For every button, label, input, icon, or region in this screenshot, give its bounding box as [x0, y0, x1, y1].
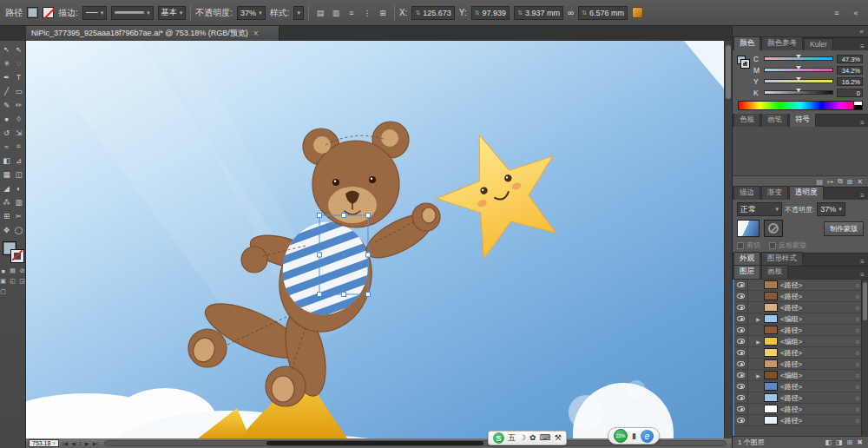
target-icon[interactable]: ○ — [856, 418, 859, 424]
lock-column[interactable] — [747, 370, 753, 381]
visibility-eye-icon[interactable] — [737, 350, 745, 355]
hand-tool[interactable]: ✥ — [1, 223, 13, 236]
lock-column[interactable] — [747, 347, 753, 359]
new-layer-icon[interactable]: ⊞ — [847, 438, 853, 446]
width-profile-select[interactable]: ▾ — [111, 6, 154, 20]
align-vertical-icon[interactable]: ▥ — [329, 6, 343, 20]
fill-swatch[interactable] — [27, 7, 38, 18]
direct-selection-tool[interactable]: ⇖ — [13, 43, 25, 56]
channel-slider[interactable] — [764, 56, 833, 61]
tab-kuler[interactable]: Kuler — [804, 38, 833, 50]
visibility-eye-icon[interactable] — [737, 282, 745, 287]
lock-column[interactable] — [747, 392, 753, 404]
make-mask-button[interactable]: 制作蒙版 — [824, 221, 864, 236]
panel-menu-icon[interactable]: ≡ — [857, 271, 868, 279]
opacity-select[interactable]: 37%▾ — [237, 6, 266, 20]
panel-menu-icon[interactable]: ≡ — [857, 258, 868, 266]
layer-name[interactable]: <路径> — [780, 292, 802, 301]
layer-name[interactable]: <路径> — [780, 303, 802, 313]
paintbrush-tool[interactable]: ✎ — [1, 98, 13, 111]
target-icon[interactable]: ○ — [856, 305, 859, 311]
make-clip-mask-icon[interactable]: ◧ — [825, 438, 832, 446]
target-icon[interactable]: ○ — [856, 384, 859, 390]
width-tool[interactable]: ≈ — [1, 140, 13, 153]
screen-mode-icon[interactable]: ▢ — [0, 287, 7, 296]
expander-icon[interactable]: ▶ — [755, 316, 761, 322]
stroke-color-swatch[interactable] — [11, 250, 23, 262]
stepper-icon[interactable]: ⇅ — [582, 10, 587, 16]
scale-tool[interactable]: ⇲ — [13, 126, 25, 139]
width-value-input[interactable]: ⇅3.937 mm — [514, 6, 563, 20]
magic-wand-tool[interactable]: ✳ — [1, 56, 13, 69]
artboard-tool[interactable]: ⊞ — [1, 209, 13, 222]
visibility-eye-icon[interactable] — [737, 293, 745, 299]
tab-swatches[interactable]: 色板 — [733, 113, 760, 127]
layer-name[interactable]: <编组> — [780, 371, 802, 380]
selection-center-point[interactable] — [342, 254, 345, 257]
prev-artboard-icon[interactable]: ◀ — [70, 440, 76, 446]
visibility-eye-icon[interactable] — [737, 339, 745, 344]
mesh-tool[interactable]: ▦ — [1, 168, 13, 181]
emoji-icon[interactable]: ✿ — [529, 434, 536, 442]
layer-row[interactable]: <路径> ○ — [734, 415, 861, 426]
tab-color[interactable]: 颜色 — [733, 36, 760, 50]
layer-row[interactable]: ▶ <编组> ○ — [734, 370, 861, 381]
visibility-eye-icon[interactable] — [737, 395, 745, 400]
symbol-sprayer-tool[interactable]: ⁂ — [1, 195, 13, 208]
symbol-libraries-icon[interactable]: ▤ — [817, 178, 824, 186]
color-mode-icon[interactable]: ■ — [0, 267, 7, 275]
layers-scrollbar-thumb[interactable] — [863, 282, 867, 320]
panel-menu-icon[interactable]: ≡ — [857, 119, 868, 127]
tab-color-guide[interactable]: 颜色参考 — [761, 36, 803, 50]
panel-opacity-select[interactable]: 37% ▾ — [817, 202, 845, 216]
color-spectrum-bar[interactable] — [738, 101, 863, 110]
place-symbol-icon[interactable]: ↦ — [827, 178, 833, 186]
lock-column[interactable] — [747, 336, 753, 347]
layer-row[interactable]: <路径> ○ — [734, 381, 861, 392]
layer-name[interactable]: <路径> — [780, 393, 802, 403]
warp-icon[interactable] — [632, 7, 643, 18]
layer-name[interactable]: <路径> — [780, 382, 802, 392]
panel-menu-icon[interactable]: ≡ — [830, 6, 844, 20]
perspective-grid-tool[interactable]: ⊿ — [13, 154, 25, 167]
visibility-eye-icon[interactable] — [737, 384, 745, 389]
layer-name[interactable]: <编组> — [780, 314, 802, 324]
layer-name[interactable]: <路径> — [780, 416, 802, 425]
lock-column[interactable] — [747, 359, 753, 370]
target-icon[interactable]: ○ — [856, 327, 859, 333]
layer-row[interactable]: ▶ <编组> ○ — [734, 336, 861, 347]
lasso-tool[interactable]: ◌ — [13, 56, 25, 69]
expander-icon[interactable]: ▶ — [755, 372, 761, 379]
blob-brush-tool[interactable]: ● — [1, 112, 13, 125]
next-artboard-icon[interactable]: ▶ — [84, 440, 90, 446]
line-segment-tool[interactable]: ╱ — [1, 84, 13, 97]
horizontal-scrollbar-thumb[interactable] — [266, 441, 483, 445]
toolbox-icon[interactable]: ⚒ — [555, 434, 562, 442]
target-icon[interactable]: ○ — [856, 339, 859, 345]
tab-stroke[interactable]: 描边 — [733, 186, 760, 200]
tab-layers[interactable]: 图层 — [733, 265, 760, 279]
slice-tool[interactable]: ✂ — [13, 209, 25, 222]
lock-column[interactable] — [747, 291, 753, 302]
collapse-dock-icon[interactable]: « — [849, 6, 863, 20]
layer-name[interactable]: <路径> — [780, 405, 802, 414]
x-value-input[interactable]: ⇅125.673 — [411, 6, 454, 20]
draw-inside-icon[interactable]: ◲ — [18, 277, 26, 286]
expander-icon[interactable]: ▶ — [755, 339, 761, 345]
layer-row[interactable]: <路径> ○ — [734, 359, 861, 370]
zoom-level-select[interactable]: 753.18 ▾ — [29, 439, 59, 447]
channel-value-input[interactable]: 0 — [837, 89, 863, 97]
lock-column[interactable] — [747, 381, 753, 392]
layer-row[interactable]: <路径> ○ — [734, 280, 861, 291]
stroke-swatch[interactable] — [43, 7, 54, 18]
symbols-panel-content[interactable] — [733, 127, 868, 175]
stroke-weight-select[interactable]: ▾ — [82, 6, 108, 20]
document-tab[interactable]: NiPic_377395_925aaa18f796b7ae.ai* @ 753.… — [26, 26, 279, 41]
layer-row[interactable]: <路径> ○ — [734, 347, 861, 359]
vertical-scrollbar-thumb[interactable] — [726, 45, 731, 99]
invert-mask-checkbox[interactable]: 反相蒙版 — [769, 240, 806, 250]
close-document-icon[interactable]: × — [253, 29, 259, 38]
layer-row[interactable]: <路径> ○ — [734, 404, 861, 415]
gradient-tool[interactable]: ◫ — [13, 168, 25, 181]
tab-artboards[interactable]: 画板 — [761, 265, 788, 279]
